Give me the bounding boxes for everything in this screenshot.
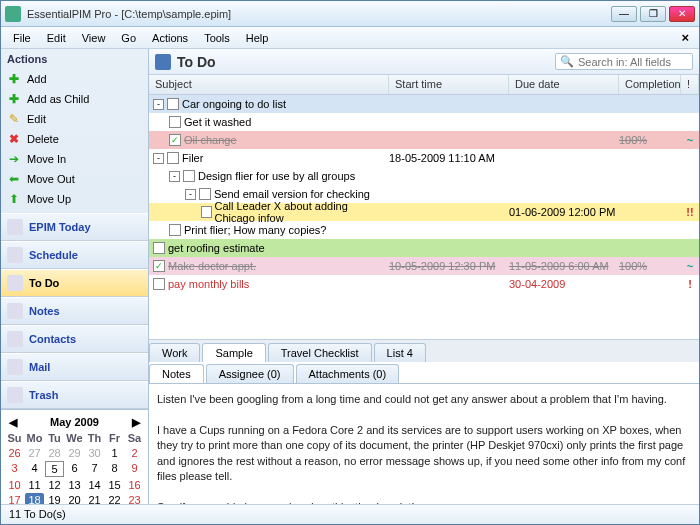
nav-contacts[interactable]: Contacts: [1, 325, 148, 353]
pencil-icon: ✎: [7, 112, 21, 126]
cal-prev[interactable]: ◀: [9, 416, 17, 429]
action-add-child[interactable]: ✚Add as Child: [1, 89, 148, 109]
dtab-attachments[interactable]: Attachments (0): [296, 364, 400, 383]
main-title: To Do: [177, 54, 216, 70]
menu-help[interactable]: Help: [238, 30, 277, 46]
todo-row[interactable]: Get it washed: [149, 113, 699, 131]
todo-text: Car ongoing to do list: [182, 98, 286, 110]
col-priority[interactable]: !: [681, 75, 699, 94]
nav-epim-today[interactable]: EPIM Today: [1, 213, 148, 241]
menu-view[interactable]: View: [74, 30, 114, 46]
tab-list4[interactable]: List 4: [374, 343, 426, 362]
checkbox[interactable]: [167, 98, 179, 110]
action-delete[interactable]: ✖Delete: [1, 129, 148, 149]
todo-tree[interactable]: -Car ongoing to do listGet it washedOil …: [149, 95, 699, 339]
search-icon: 🔍: [560, 55, 574, 68]
todo-row[interactable]: get roofing estimate: [149, 239, 699, 257]
status-bar: 11 To Do(s): [1, 504, 699, 524]
expand-icon[interactable]: -: [153, 153, 164, 164]
search-box[interactable]: 🔍: [555, 53, 693, 70]
todo-header-icon: [155, 54, 171, 70]
nav-label: Schedule: [29, 249, 78, 261]
expand-icon[interactable]: -: [153, 99, 164, 110]
arrow-up-icon: ⬆: [7, 192, 21, 206]
todo-row[interactable]: pay monthly bills30-04-2009!: [149, 275, 699, 293]
todo-text: Print flier; How many copies?: [184, 224, 326, 236]
action-add[interactable]: ✚Add: [1, 69, 148, 89]
nav-label: Contacts: [29, 333, 76, 345]
action-label: Move In: [27, 153, 66, 165]
checkbox[interactable]: [167, 152, 179, 164]
todo-row[interactable]: -Car ongoing to do list: [149, 95, 699, 113]
nav-label: Mail: [29, 361, 50, 373]
checkbox[interactable]: [153, 260, 165, 272]
todo-text: Get it washed: [184, 116, 251, 128]
nav-label: Notes: [29, 305, 60, 317]
col-due[interactable]: Due date: [509, 75, 619, 94]
action-label: Move Out: [27, 173, 75, 185]
nav-todo[interactable]: To Do: [1, 269, 148, 297]
dtab-notes[interactable]: Notes: [149, 364, 204, 383]
trash-icon: [7, 387, 23, 403]
checkbox[interactable]: [201, 206, 212, 218]
dtab-assignee[interactable]: Assignee (0): [206, 364, 294, 383]
todo-text: Call Leader X about adding Chicago infow: [215, 200, 390, 224]
delete-icon: ✖: [7, 132, 21, 146]
nav-schedule[interactable]: Schedule: [1, 241, 148, 269]
todo-row[interactable]: Oil change100%~: [149, 131, 699, 149]
nav-trash[interactable]: Trash: [1, 381, 148, 409]
checkbox[interactable]: [169, 116, 181, 128]
action-move-out[interactable]: ⬅Move Out: [1, 169, 148, 189]
checkbox[interactable]: [169, 224, 181, 236]
sidebar: Actions ✚Add ✚Add as Child ✎Edit ✖Delete…: [1, 49, 149, 504]
search-input[interactable]: [578, 56, 688, 68]
col-start[interactable]: Start time: [389, 75, 509, 94]
checkbox[interactable]: [183, 170, 195, 182]
checkbox[interactable]: [153, 278, 165, 290]
list-tabs: Work Sample Travel Checklist List 4: [149, 339, 699, 362]
window-title: EssentialPIM Pro - [C:\temp\sample.epim]: [27, 8, 611, 20]
menu-file[interactable]: File: [5, 30, 39, 46]
menu-edit[interactable]: Edit: [39, 30, 74, 46]
action-label: Add as Child: [27, 93, 89, 105]
col-completion[interactable]: Completion: [619, 75, 681, 94]
nav-mail[interactable]: Mail: [1, 353, 148, 381]
notes-icon: [7, 303, 23, 319]
close-doc-button[interactable]: ×: [675, 30, 695, 45]
calendar: ◀May 2009▶ SuMoTuWeThFrSa262728293012345…: [1, 409, 148, 504]
col-subject[interactable]: Subject: [149, 75, 389, 94]
expand-icon[interactable]: -: [169, 171, 180, 182]
notes-area[interactable]: Listen I've been googling from a long ti…: [149, 384, 699, 504]
nav-notes[interactable]: Notes: [1, 297, 148, 325]
checkbox[interactable]: [153, 242, 165, 254]
expand-icon[interactable]: -: [185, 189, 196, 200]
today-icon: [7, 219, 23, 235]
menu-tools[interactable]: Tools: [196, 30, 238, 46]
menu-actions[interactable]: Actions: [144, 30, 196, 46]
action-move-up[interactable]: ⬆Move Up: [1, 189, 148, 209]
checkbox[interactable]: [199, 188, 211, 200]
column-header: Subject Start time Due date Completion !: [149, 75, 699, 95]
minimize-button[interactable]: —: [611, 6, 637, 22]
todo-row[interactable]: Call Leader X about adding Chicago infow…: [149, 203, 699, 221]
arrow-right-icon: ➔: [7, 152, 21, 166]
close-button[interactable]: ✕: [669, 6, 695, 22]
tab-sample[interactable]: Sample: [202, 343, 265, 362]
action-edit[interactable]: ✎Edit: [1, 109, 148, 129]
schedule-icon: [7, 247, 23, 263]
calendar-grid[interactable]: SuMoTuWeThFrSa26272829301234567891011121…: [5, 431, 144, 504]
menu-go[interactable]: Go: [113, 30, 144, 46]
todo-row[interactable]: -Filer18-05-2009 11:10 AM: [149, 149, 699, 167]
action-move-in[interactable]: ➔Move In: [1, 149, 148, 169]
checkbox[interactable]: [169, 134, 181, 146]
todo-icon: [7, 275, 23, 291]
plus-icon: ✚: [7, 92, 21, 106]
maximize-button[interactable]: ❐: [640, 6, 666, 22]
todo-row[interactable]: Make doctor appt.10-05-2009 12:30 PM11-0…: [149, 257, 699, 275]
todo-row[interactable]: Print flier; How many copies?: [149, 221, 699, 239]
tab-travel[interactable]: Travel Checklist: [268, 343, 372, 362]
tab-work[interactable]: Work: [149, 343, 200, 362]
cal-next[interactable]: ▶: [132, 416, 140, 429]
nav-label: To Do: [29, 277, 59, 289]
todo-row[interactable]: -Design flier for use by all groups: [149, 167, 699, 185]
